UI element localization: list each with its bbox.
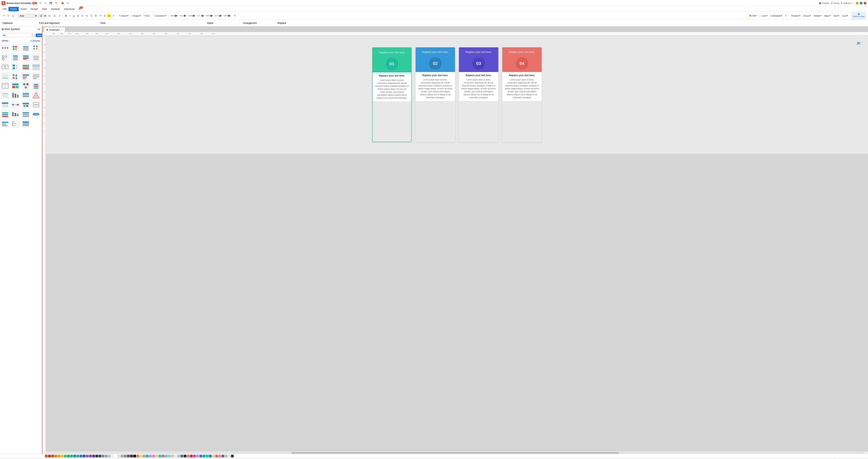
color-swatch[interactable] — [102, 455, 104, 457]
color-swatch[interactable] — [76, 455, 79, 457]
symbol-item[interactable]: 👤👤 — [11, 72, 20, 81]
symbol-item[interactable] — [22, 53, 30, 62]
text-button[interactable]: T Text — [143, 14, 151, 18]
search-button[interactable]: Search — [36, 33, 42, 37]
color-swatch[interactable] — [193, 455, 196, 457]
font-family-select[interactable]: Arial — [18, 14, 38, 18]
menu-insert[interactable]: Insert — [19, 7, 29, 11]
replace-shape-button[interactable]: 🔷 Replace Shape — [851, 12, 866, 20]
color-swatch[interactable] — [48, 455, 51, 457]
zoom-in-button[interactable]: + — [844, 458, 848, 459]
color-swatch[interactable] — [199, 455, 202, 457]
indent-button[interactable]: ⇥ — [98, 13, 102, 18]
symbol-item[interactable]: ▲▲ — [11, 62, 20, 71]
color-swatch[interactable] — [133, 455, 136, 457]
sidebar-collapse-button[interactable]: ≪ — [37, 28, 40, 31]
text-format-button[interactable]: T̲ — [89, 13, 93, 18]
font-decrease-button[interactable]: A↓ — [53, 14, 58, 18]
color-swatch[interactable] — [54, 455, 57, 457]
color-swatch[interactable] — [98, 455, 101, 457]
info-card-2[interactable]: Replace your text here. 02 Replace your … — [415, 47, 455, 142]
color-swatch[interactable] — [155, 455, 158, 457]
select-button[interactable]: ↖ Select ▾ — [118, 13, 130, 18]
color-swatch[interactable] — [89, 455, 92, 457]
symbol-item[interactable] — [11, 53, 20, 62]
size-button[interactable]: Size ▾ — [832, 13, 840, 18]
symbol-item[interactable] — [1, 101, 9, 109]
italic-button[interactable]: I — [68, 14, 71, 18]
superscript-button[interactable]: x² — [80, 14, 84, 18]
font-more-button[interactable]: ↗ — [111, 13, 116, 18]
color-swatch[interactable] — [118, 455, 120, 457]
symbol-item[interactable] — [11, 82, 20, 90]
font-increase-button[interactable]: A↑ — [47, 14, 52, 18]
color-swatch[interactable] — [184, 455, 186, 457]
menu-view[interactable]: View — [40, 7, 49, 11]
color-swatch[interactable] — [174, 455, 177, 457]
export-button[interactable]: 📤 — [60, 1, 65, 5]
symbol-item[interactable] — [32, 82, 40, 90]
tab-add-button[interactable]: + — [65, 27, 70, 32]
symbol-item[interactable] — [32, 44, 40, 52]
lock-button[interactable]: Lock ▾ — [841, 13, 849, 18]
styles-expand-button[interactable]: ↗ — [784, 13, 788, 18]
menu-home[interactable]: Home — [8, 7, 19, 11]
focus-button[interactable]: Focus — [814, 458, 822, 459]
open-button[interactable]: 📂 — [54, 1, 59, 5]
help-button[interactable]: ? — [852, 2, 853, 4]
symbol-item[interactable] — [11, 119, 20, 128]
color-swatch[interactable] — [234, 455, 237, 457]
list-button[interactable]: ☰ — [94, 13, 98, 18]
info-card-1[interactable]: Replace your text here. 01 Replace your … — [372, 47, 412, 142]
maximize-button[interactable] — [860, 2, 863, 4]
color-swatch[interactable] — [51, 455, 54, 457]
fill-button[interactable]: 🎨 Fill ▾ — [748, 13, 758, 18]
highlight-button[interactable]: A — [107, 14, 111, 17]
tab-close-button[interactable]: ✕ — [61, 29, 62, 31]
publish-button[interactable]: 📤 Publish — [819, 2, 829, 4]
color-swatch[interactable] — [228, 455, 230, 457]
menu-symbols[interactable]: Symbols — [49, 7, 62, 11]
color-swatch[interactable] — [168, 455, 170, 457]
color-swatch[interactable] — [149, 455, 152, 457]
color-swatch[interactable] — [181, 455, 183, 457]
color-swatch[interactable] — [58, 455, 60, 457]
drawing-tab[interactable]: Drawing10 ✕ — [44, 27, 65, 32]
group-button[interactable]: Group ▾ — [802, 13, 812, 18]
color-swatch[interactable] — [209, 455, 212, 457]
align-toolbar-button[interactable]: Align ▾ — [823, 13, 832, 18]
symbol-item[interactable] — [22, 82, 30, 90]
symbol-item[interactable] — [1, 53, 9, 62]
color-swatch[interactable] — [127, 455, 130, 457]
symbol-item[interactable] — [11, 44, 20, 52]
scrollbar-thumb-h[interactable] — [291, 452, 619, 454]
color-swatch[interactable] — [95, 455, 98, 457]
search-input[interactable] — [2, 33, 32, 37]
color-swatch[interactable] — [83, 455, 86, 457]
symbol-item[interactable] — [1, 82, 9, 90]
color-swatch[interactable] — [45, 455, 48, 457]
color-swatch[interactable] — [196, 455, 199, 457]
add-page-button[interactable]: + — [19, 458, 23, 459]
color-swatch[interactable] — [70, 455, 73, 457]
fit-button[interactable]: ⤢ — [856, 458, 860, 459]
color-swatch[interactable] — [140, 455, 142, 457]
color-swatch[interactable] — [190, 455, 193, 457]
color-swatch[interactable] — [152, 455, 155, 457]
symbol-item[interactable] — [1, 110, 9, 119]
more-button[interactable]: ▾ — [66, 1, 69, 5]
symbol-item[interactable] — [11, 101, 20, 109]
line-button[interactable]: — Line ▾ — [758, 13, 769, 18]
color-swatch[interactable] — [67, 455, 70, 457]
color-swatch[interactable] — [121, 455, 123, 457]
color-swatch[interactable] — [136, 455, 139, 457]
rotate-button[interactable]: Rotate ▾ — [812, 13, 823, 18]
color-swatch[interactable] — [231, 455, 234, 457]
font-color-button[interactable]: A — [103, 14, 106, 18]
symbol-item[interactable] — [22, 44, 30, 52]
color-swatch[interactable] — [187, 455, 190, 457]
underline-button[interactable]: U — [72, 14, 76, 18]
symbol-item[interactable]: ━━━ — [32, 110, 40, 119]
symbol-item[interactable] — [1, 72, 9, 81]
redo-button[interactable]: ↪ — [43, 1, 48, 5]
